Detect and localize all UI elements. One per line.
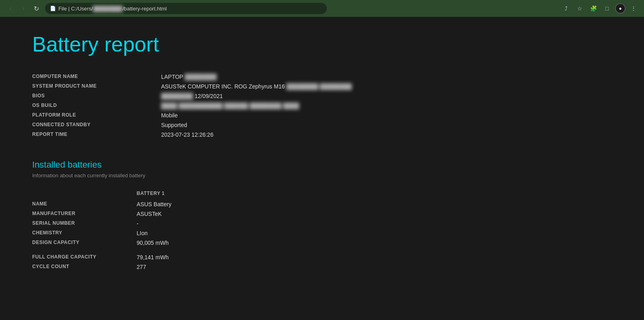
file-icon: 📄 — [50, 6, 56, 11]
battery-label-serial: SERIAL NUMBER — [32, 219, 137, 228]
label-computer-name: COMPUTER NAME — [32, 72, 161, 82]
battery-label-chemistry: CHEMISTRY — [32, 228, 137, 238]
battery-row-name: NAME ASUS Battery — [32, 199, 171, 209]
battery-label-name: NAME — [32, 199, 137, 209]
value-os-build: ████ ███████████ ██████ ████████ ████ — [161, 101, 352, 111]
info-row-product-name: SYSTEM PRODUCT NAME ASUSTeK COMPUTER INC… — [32, 82, 352, 91]
nav-buttons: ‹ › ↻ — [5, 3, 42, 14]
battery-header-spacer — [32, 191, 137, 199]
browser-chrome: ‹ › ↻ 📄 File | C:/Users/████████/battery… — [0, 0, 644, 17]
window-button[interactable]: □ — [601, 3, 613, 14]
battery-row-cycle-count: CYCLE COUNT 277 — [32, 262, 171, 272]
battery-value-full-charge: 79,141 mWh — [137, 252, 171, 262]
profile-icon: ● — [619, 6, 621, 11]
value-report-time: 2023-07-23 12:26:26 — [161, 130, 352, 139]
value-product-name: ASUSTeK COMPUTER INC. ROG Zephyrus M16 █… — [161, 82, 352, 91]
blurred-product-name: ████████ ████████ — [286, 83, 352, 90]
info-row-report-time: REPORT TIME 2023-07-23 12:26:26 — [32, 130, 352, 139]
installed-batteries-title: Installed batteries — [32, 160, 612, 170]
address-bar[interactable]: 📄 File | C:/Users/████████/battery-repor… — [45, 3, 327, 14]
battery-value-design-capacity: 90,005 mWh — [137, 238, 171, 248]
value-bios: ████████ 12/09/2021 — [161, 91, 352, 101]
profile-button[interactable]: ● — [615, 3, 625, 14]
battery-row-chemistry: CHEMISTRY LIon — [32, 228, 171, 238]
battery-label-manufacturer: MANUFACTURER — [32, 209, 137, 219]
info-row-os-build: OS BUILD ████ ███████████ ██████ ███████… — [32, 101, 352, 111]
extensions-button[interactable]: 🧩 — [588, 3, 599, 14]
label-bios: BIOS — [32, 91, 161, 101]
label-connected-standby: CONNECTED STANDBY — [32, 120, 161, 130]
battery-value-name: ASUS Battery — [137, 199, 171, 209]
address-text: File | C:/Users/████████/battery-report.… — [58, 6, 167, 12]
browser-actions: ⤴ ☆ 🧩 □ ● ⋮ — [560, 3, 639, 14]
info-row-bios: BIOS ████████ 12/09/2021 — [32, 91, 352, 101]
blurred-os-build: ████ ███████████ ██████ ████████ ████ — [161, 103, 299, 109]
info-row-platform-role: PLATFORM ROLE Mobile — [32, 111, 352, 120]
share-button[interactable]: ⤴ — [560, 3, 572, 14]
back-button[interactable]: ‹ — [5, 3, 16, 14]
battery-value-chemistry: LIon — [137, 228, 171, 238]
label-report-time: REPORT TIME — [32, 130, 161, 139]
label-product-name: SYSTEM PRODUCT NAME — [32, 82, 161, 91]
value-computer-name: LAPTOP ████████ — [161, 72, 352, 82]
page-title: Battery report — [32, 33, 612, 56]
bookmark-button[interactable]: ☆ — [574, 3, 585, 14]
divider-row — [32, 248, 171, 252]
reload-button[interactable]: ↻ — [31, 3, 42, 14]
info-row-computer-name: COMPUTER NAME LAPTOP ████████ — [32, 72, 352, 82]
battery-1-header: BATTERY 1 — [137, 191, 171, 199]
value-connected-standby: Supported — [161, 120, 352, 130]
menu-button[interactable]: ⋮ — [628, 3, 639, 14]
battery-label-design-capacity: DESIGN CAPACITY — [32, 238, 137, 248]
installed-batteries-section: Installed batteries Information about ea… — [32, 160, 612, 272]
battery-row-full-charge: FULL CHARGE CAPACITY 79,141 mWh — [32, 252, 171, 262]
battery-value-manufacturer: ASUSTeK — [137, 209, 171, 219]
blurred-username: ████████ — [93, 6, 123, 12]
battery-value-serial: - — [137, 219, 171, 228]
battery-row-serial: SERIAL NUMBER - — [32, 219, 171, 228]
divider-cell — [32, 248, 137, 252]
battery-table: BATTERY 1 NAME ASUS Battery MANUFACTURER… — [32, 191, 171, 272]
battery-row-design-capacity: DESIGN CAPACITY 90,005 mWh — [32, 238, 171, 248]
installed-batteries-subtitle: Information about each currently install… — [32, 172, 612, 178]
battery-value-cycle-count: 277 — [137, 262, 171, 272]
label-platform-role: PLATFORM ROLE — [32, 111, 161, 120]
battery-label-cycle-count: CYCLE COUNT — [32, 262, 137, 272]
forward-button[interactable]: › — [18, 3, 29, 14]
blurred-computer-name: ████████ — [185, 74, 217, 80]
battery-label-full-charge: FULL CHARGE CAPACITY — [32, 252, 137, 262]
blurred-bios: ████████ — [161, 93, 193, 99]
system-info-table: COMPUTER NAME LAPTOP ████████ SYSTEM PRO… — [32, 72, 352, 139]
value-platform-role: Mobile — [161, 111, 352, 120]
battery-row-manufacturer: MANUFACTURER ASUSTeK — [32, 209, 171, 219]
label-os-build: OS BUILD — [32, 101, 161, 111]
battery-header-row: BATTERY 1 — [32, 191, 171, 199]
info-row-connected-standby: CONNECTED STANDBY Supported — [32, 120, 352, 130]
page-content: Battery report COMPUTER NAME LAPTOP ████… — [0, 17, 644, 320]
